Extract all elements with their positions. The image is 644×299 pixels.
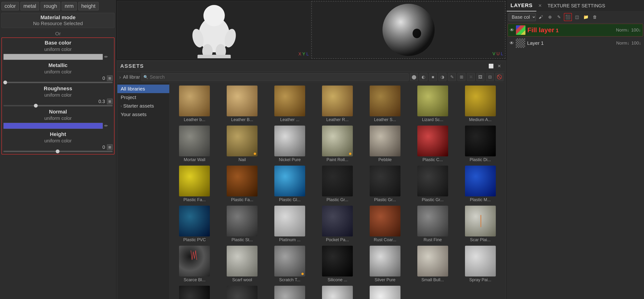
list-item[interactable]: Nickel Pure xyxy=(267,125,313,163)
sidebar-item-starter-assets[interactable]: › Starter assets xyxy=(117,102,169,110)
list-item[interactable]: Plastic Fa... xyxy=(172,165,218,203)
tool-view-toggle[interactable]: ⊟ xyxy=(486,73,494,81)
viewport-panel-left[interactable]: X Y L xyxy=(117,1,311,59)
list-item[interactable]: Silicone ... xyxy=(314,245,361,283)
list-item[interactable]: Scarce Bl... xyxy=(172,245,218,283)
tab-color[interactable]: color xyxy=(2,2,19,10)
tool-dark-btn[interactable]: ◐ xyxy=(420,73,428,81)
tool-image-btn[interactable]: 🖼 xyxy=(476,73,484,81)
roughness-slider-track[interactable] xyxy=(3,105,113,106)
tab-rough[interactable]: rough xyxy=(40,2,60,10)
list-item[interactable]: Plastic C... xyxy=(410,125,456,163)
clone-tool-btn[interactable]: ⊕ xyxy=(546,13,554,21)
height-slider-track[interactable] xyxy=(3,151,113,152)
layer-eye-icon[interactable]: 👁 xyxy=(510,28,514,33)
tab-metal[interactable]: metal xyxy=(20,2,39,10)
smudge-tool-btn[interactable]: ✎ xyxy=(555,13,563,21)
tab-nrm[interactable]: nrm xyxy=(62,2,77,10)
search-input[interactable] xyxy=(150,74,406,80)
list-item[interactable]: Plastic Fa... xyxy=(219,165,265,203)
asset-thumb xyxy=(179,166,210,196)
list-item[interactable]: Spray Pai... xyxy=(457,245,504,283)
asset-thumb xyxy=(322,126,353,156)
roughness-expand-btn[interactable]: ⊞ xyxy=(107,99,113,104)
asset-thumb xyxy=(465,166,496,196)
selection-tool-btn[interactable]: ◫ xyxy=(573,13,581,21)
list-item[interactable]: Silver Pure xyxy=(362,245,408,283)
list-item[interactable]: Pocket Pa... xyxy=(314,205,361,243)
tool-rect-btn[interactable]: ■ xyxy=(429,73,437,81)
list-item[interactable]: Leather ... xyxy=(267,85,313,123)
list-item[interactable] xyxy=(172,285,218,299)
list-item[interactable]: Plastic Gr... xyxy=(314,165,361,203)
list-item[interactable]: Mortar Wall xyxy=(172,125,218,163)
list-item[interactable]: Lizard Sc... xyxy=(410,85,456,123)
list-item[interactable]: Plastic PVC xyxy=(172,205,218,243)
list-item[interactable]: Small Bull... xyxy=(410,245,456,283)
layer-eye-icon-1[interactable]: 👁 xyxy=(510,41,514,46)
layer-item-1[interactable]: 👁 Layer 1 Norm↓ 100↓ xyxy=(508,37,643,49)
list-item[interactable] xyxy=(362,285,408,299)
list-item[interactable]: Plastic M... xyxy=(457,165,504,203)
list-item[interactable]: Leather S... xyxy=(362,85,408,123)
layers-channel-dropdown[interactable]: Base col xyxy=(508,13,536,21)
list-item[interactable]: Leather R... xyxy=(314,85,361,123)
paint-tool-btn[interactable]: 🖌 xyxy=(537,13,545,21)
metallic-expand-btn[interactable]: ⊞ xyxy=(107,75,113,81)
asset-thumb xyxy=(370,286,400,299)
svg-point-8 xyxy=(412,29,421,38)
list-item[interactable]: Plastic St... xyxy=(219,205,265,243)
list-item[interactable]: Plastic Di... xyxy=(457,125,504,163)
assets-close-icon[interactable]: ✕ xyxy=(496,63,502,69)
folder-tool-btn[interactable]: 📁 xyxy=(582,13,590,21)
fill-tool-btn[interactable]: ⬛ xyxy=(564,13,572,21)
list-item[interactable]: Rust Coar... xyxy=(362,205,408,243)
base-color-swatch[interactable] xyxy=(3,54,103,60)
tool-scatter-btn[interactable]: ⁙ xyxy=(467,73,475,81)
metallic-slider-thumb[interactable] xyxy=(3,80,7,84)
list-item[interactable]: Leather b... xyxy=(172,85,218,123)
tool-grid-btn[interactable]: ⊞ xyxy=(458,73,466,81)
base-color-pencil-icon[interactable]: ✏ xyxy=(104,54,108,59)
viewport-panel-right[interactable]: V U L xyxy=(311,1,506,59)
list-item[interactable]: Rust Fine xyxy=(410,205,456,243)
metallic-slider-track[interactable] xyxy=(3,82,113,83)
assets-window-icon[interactable]: ⬜ xyxy=(488,63,494,69)
list-item[interactable]: Leather B... xyxy=(219,85,265,123)
list-item[interactable] xyxy=(314,285,361,299)
asset-thumb xyxy=(179,85,210,116)
list-item[interactable]: Nail xyxy=(219,125,265,163)
tab-height[interactable]: height xyxy=(78,2,99,10)
normal-pencil-icon[interactable]: ✏ xyxy=(104,123,108,128)
list-item[interactable]: Scratch T... xyxy=(267,245,313,283)
layer-item-fill[interactable]: 👁 Fill layer 1 Norm↓ 100↓ xyxy=(508,24,643,36)
layers-tab[interactable]: LAYERS xyxy=(507,0,536,11)
list-item[interactable] xyxy=(219,285,265,299)
list-item[interactable]: Plastic Gl... xyxy=(267,165,313,203)
list-item[interactable]: Paint Roll... xyxy=(314,125,361,163)
height-slider-thumb[interactable] xyxy=(56,149,60,153)
sidebar-item-project[interactable]: Project xyxy=(117,93,169,102)
delete-tool-btn[interactable]: 🗑 xyxy=(591,13,599,21)
height-expand-btn[interactable]: ⊞ xyxy=(107,144,113,150)
list-item[interactable]: Scar Plai... xyxy=(457,205,504,243)
list-item[interactable]: Pebble xyxy=(362,125,408,163)
normal-color-swatch[interactable] xyxy=(3,123,103,129)
sidebar-item-all-libraries[interactable]: All libraries xyxy=(117,85,169,93)
list-item[interactable]: Platinum ... xyxy=(267,205,313,243)
tool-pencil-btn[interactable]: ✎ xyxy=(448,73,456,81)
list-item[interactable] xyxy=(267,285,313,299)
assets-grid-area[interactable]: Leather b... Leather B... Leather ... Le… xyxy=(170,83,505,299)
list-item[interactable]: Plastic Gr... xyxy=(410,165,456,203)
filter-path-btn[interactable]: 🚫 xyxy=(495,73,504,81)
roughness-slider-thumb[interactable] xyxy=(34,104,38,108)
list-item[interactable]: Scarf wool xyxy=(219,245,265,283)
tool-half-btn[interactable]: ◑ xyxy=(438,73,446,81)
layers-tab-close-icon[interactable]: ✕ xyxy=(536,3,544,8)
list-item[interactable]: Plastic Gr... xyxy=(362,165,408,203)
tool-sphere-btn[interactable]: ⬤ xyxy=(410,73,418,81)
texture-set-tab[interactable]: TEXTURE SET SETTINGS xyxy=(544,1,609,11)
asset-label: Mortar Wall xyxy=(184,157,205,162)
sidebar-item-your-assets[interactable]: Your assets xyxy=(117,110,169,119)
list-item[interactable]: Medium A... xyxy=(457,85,504,123)
